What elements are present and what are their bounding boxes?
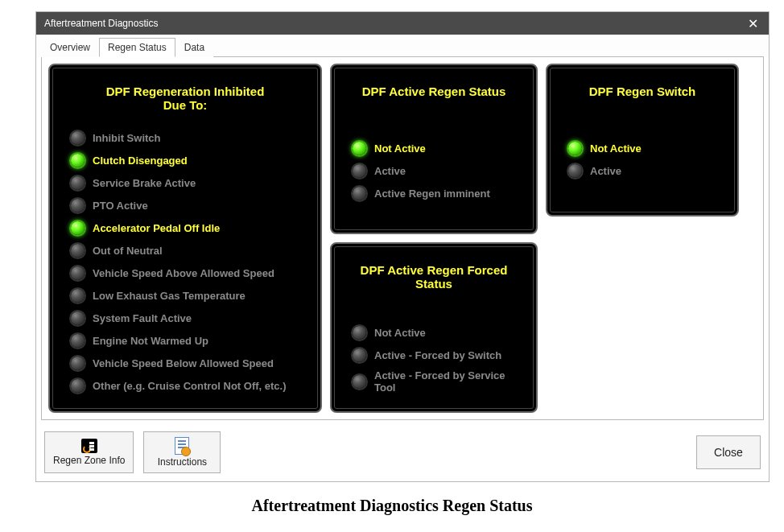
forced-status-label: Not Active	[374, 327, 426, 339]
active-status-led-icon	[353, 164, 366, 178]
inhibit-label: Service Brake Active	[93, 177, 196, 189]
forced-status-led-icon	[353, 326, 366, 340]
panel-forced-title-l1: DPF Active Regen Forced	[349, 263, 518, 277]
panel-switch-title: DPF Regen Switch	[562, 80, 723, 113]
switch-status-row: Not Active	[562, 137, 723, 159]
inhibit-row: Vehicle Speed Above Allowed Speed	[64, 262, 306, 284]
inhibit-led-icon	[71, 357, 85, 370]
active-status-row: Not Active	[346, 137, 522, 159]
tab-strip: Overview Regen Status Data	[36, 35, 769, 57]
inhibit-led-icon	[71, 244, 85, 258]
forced-status-list: Not ActiveActive - Forced by SwitchActiv…	[346, 321, 522, 397]
switch-status-label: Not Active	[590, 142, 642, 155]
switch-status-list: Not ActiveActive	[562, 137, 723, 182]
switch-status-label: Active	[590, 165, 621, 177]
panel-active-regen-status: DPF Active Regen Status Not ActiveActive…	[330, 64, 538, 234]
inhibit-row: Other (e.g. Cruise Control Not Off, etc.…	[64, 374, 306, 397]
switch-status-led-icon	[568, 164, 582, 178]
forced-status-label: Active - Forced by Service Tool	[374, 369, 518, 394]
inhibit-label: Engine Not Warmed Up	[93, 335, 208, 347]
inhibit-label: Inhibit Switch	[93, 132, 161, 144]
inhibit-led-icon	[71, 131, 85, 145]
tab-data[interactable]: Data	[175, 38, 213, 57]
titlebar: Aftertreatment Diagnostics ✕	[36, 12, 769, 35]
forced-status-row: Active - Forced by Switch	[346, 344, 522, 366]
panel-forced-status: DPF Active Regen Forced Status Not Activ…	[330, 242, 538, 413]
active-status-label: Active	[374, 165, 406, 177]
inhibit-led-icon	[71, 266, 85, 280]
active-status-led-icon	[353, 187, 366, 200]
panel-forced-title: DPF Active Regen Forced Status	[346, 258, 522, 305]
inhibit-list: Inhibit SwitchClutch DisengagedService B…	[64, 126, 306, 397]
forced-status-row: Active - Forced by Service Tool	[346, 366, 522, 397]
inhibit-label: System Fault Active	[93, 312, 192, 324]
panel-forced-title-l2: Status	[349, 277, 518, 291]
inhibit-label: Clutch Disengaged	[93, 155, 188, 167]
panel-active-title: DPF Active Regen Status	[346, 80, 522, 113]
inhibit-led-icon	[71, 379, 85, 393]
panel-dpf-inhibited: DPF Regeneration Inhibited Due To: Inhib…	[48, 64, 322, 413]
close-button[interactable]: Close	[696, 435, 761, 469]
inhibit-led-icon	[71, 154, 85, 167]
inhibit-label: Out of Neutral	[93, 245, 163, 257]
forced-status-led-icon	[353, 348, 366, 362]
panel-inhibited-title-l2: Due To:	[68, 98, 303, 112]
active-status-row: Active Regen imminent	[346, 182, 522, 204]
active-status-label: Active Regen imminent	[374, 188, 490, 200]
tab-regen-status[interactable]: Regen Status	[99, 38, 175, 57]
inhibit-row: PTO Active	[64, 194, 306, 217]
regen-zone-icon	[81, 439, 97, 453]
regen-zone-info-button[interactable]: Regen Zone Info	[44, 431, 134, 473]
inhibit-led-icon	[71, 334, 85, 348]
inhibit-row: Engine Not Warmed Up	[64, 329, 306, 352]
inhibit-label: Accelerator Pedal Off Idle	[93, 222, 220, 234]
aftertreatment-window: Aftertreatment Diagnostics ✕ Overview Re…	[35, 11, 770, 482]
active-status-list: Not ActiveActiveActive Regen imminent	[346, 137, 522, 204]
inhibit-label: PTO Active	[93, 200, 148, 212]
instructions-label: Instructions	[158, 456, 207, 468]
inhibit-row: System Fault Active	[64, 307, 306, 329]
tab-content: DPF Regeneration Inhibited Due To: Inhib…	[41, 56, 764, 420]
inhibit-label: Vehicle Speed Below Allowed Speed	[93, 357, 274, 369]
inhibit-row: Accelerator Pedal Off Idle	[64, 217, 306, 239]
bottom-bar: Regen Zone Info Instructions Close	[36, 425, 769, 481]
inhibit-led-icon	[71, 311, 85, 325]
active-status-row: Active	[346, 159, 522, 182]
inhibit-row: Service Brake Active	[64, 171, 306, 194]
panel-inhibited-title: DPF Regeneration Inhibited Due To:	[64, 80, 306, 126]
inhibit-row: Low Exhaust Gas Temperature	[64, 284, 306, 307]
panel-regen-switch: DPF Regen Switch Not ActiveActive	[546, 64, 739, 217]
window-title: Aftertreatment Diagnostics	[44, 12, 158, 35]
inhibit-led-icon	[71, 221, 85, 235]
instructions-button[interactable]: Instructions	[143, 431, 221, 473]
inhibit-row: Out of Neutral	[64, 239, 306, 262]
switch-status-led-icon	[568, 142, 582, 155]
figure-caption: Aftertreatment Diagnostics Regen Status	[0, 490, 784, 526]
inhibit-row: Inhibit Switch	[64, 126, 306, 149]
inhibit-led-icon	[71, 176, 85, 190]
inhibit-label: Other (e.g. Cruise Control Not Off, etc.…	[93, 380, 287, 392]
instructions-icon	[175, 437, 189, 455]
close-icon[interactable]: ✕	[743, 14, 762, 33]
panel-inhibited-title-l1: DPF Regeneration Inhibited	[68, 85, 303, 98]
inhibit-row: Vehicle Speed Below Allowed Speed	[64, 352, 306, 374]
forced-status-led-icon	[353, 375, 366, 389]
inhibit-label: Low Exhaust Gas Temperature	[93, 290, 246, 302]
inhibit-led-icon	[71, 289, 85, 303]
active-status-led-icon	[353, 142, 366, 155]
inhibit-row: Clutch Disengaged	[64, 149, 306, 171]
inhibit-label: Vehicle Speed Above Allowed Speed	[93, 267, 274, 279]
switch-status-row: Active	[562, 159, 723, 182]
tab-overview[interactable]: Overview	[41, 38, 99, 57]
inhibit-led-icon	[71, 199, 85, 212]
close-button-label: Close	[714, 446, 743, 459]
regen-zone-label: Regen Zone Info	[53, 455, 125, 466]
forced-status-label: Active - Forced by Switch	[374, 349, 501, 361]
active-status-label: Not Active	[374, 142, 426, 155]
forced-status-row: Not Active	[346, 321, 522, 344]
